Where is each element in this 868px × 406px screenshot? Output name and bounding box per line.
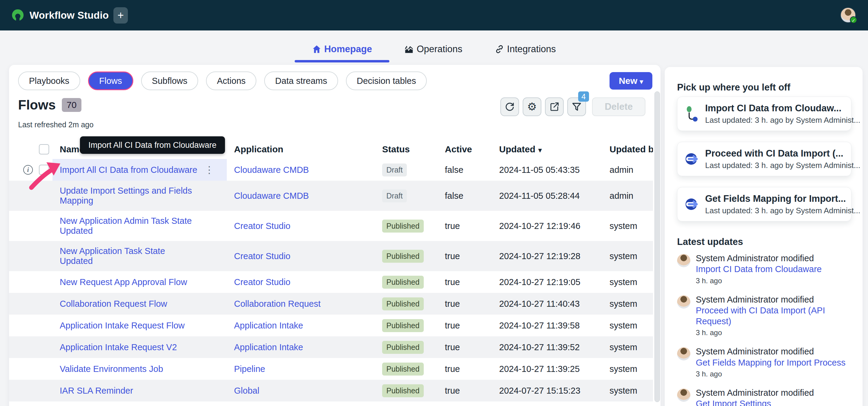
column-header-status[interactable]: Status: [375, 144, 437, 154]
pill-flows[interactable]: Flows: [88, 71, 133, 90]
export-button[interactable]: [545, 97, 564, 116]
filter-funnel-icon: [571, 102, 582, 112]
flow-name-link[interactable]: Validate Environments Job: [60, 364, 163, 374]
update-item: System Administrator modified Get Fields…: [677, 346, 854, 378]
update-item: System Administrator modified Proceed wi…: [677, 294, 854, 337]
application-link[interactable]: Cloudaware CMDB: [234, 165, 309, 175]
updated-value: 2024-10-27 12:19:05: [492, 277, 602, 287]
flow-name-link[interactable]: New Request App Approval Flow: [60, 277, 187, 287]
settings-button[interactable]: ⚙: [523, 97, 541, 116]
flow-name-link[interactable]: IAR SLA Reminder: [60, 386, 133, 396]
application-link[interactable]: Pipeline: [234, 364, 265, 374]
active-value: true: [437, 321, 492, 331]
api-request-icon: [684, 151, 701, 167]
select-all-checkbox[interactable]: [39, 144, 49, 154]
update-time: 3 h. ago: [696, 277, 822, 285]
update-flow-link[interactable]: Get Import Settings: [696, 399, 771, 406]
status-badge: Published: [382, 298, 424, 310]
user-avatar[interactable]: ✓: [840, 7, 856, 23]
pill-playbooks[interactable]: Playbooks: [18, 71, 80, 90]
top-navbar: Workflow Studio + ✓: [0, 0, 868, 30]
flows-panel: Playbooks Flows Subflows Actions Data st…: [9, 65, 660, 406]
active-value: true: [437, 386, 492, 396]
column-header-application[interactable]: Application: [227, 144, 375, 154]
application-link[interactable]: Creator Studio: [234, 277, 290, 287]
application-link[interactable]: Application Intake: [234, 342, 303, 352]
application-link[interactable]: Application Intake: [234, 321, 303, 330]
update-flow-link[interactable]: Get Fields Mapping for Import Process: [696, 358, 845, 367]
refresh-icon: [504, 101, 515, 112]
flows-table: Name Application Status Active Updated▾ …: [9, 139, 653, 406]
tab-integrations[interactable]: Integrations: [487, 44, 564, 65]
new-button[interactable]: New▾: [610, 72, 652, 90]
update-time: 3 h. ago: [696, 370, 845, 378]
recent-flow-card[interactable]: Proceed with CI Data Import (... Last up…: [677, 142, 851, 176]
updated-by-value: admin: [602, 191, 653, 201]
table-scrollbar[interactable]: [654, 91, 660, 402]
flow-icon: [684, 105, 701, 122]
table-row: New Application Admin Task State Updated…: [9, 211, 653, 241]
table-row: IAR SLA Reminder Global Published true 2…: [9, 380, 653, 402]
pill-actions[interactable]: Actions: [206, 71, 256, 90]
recent-flow-subtitle: Last updated: 3 h. ago by System Adminis…: [705, 116, 861, 125]
flow-name-link[interactable]: Update Import Settings and Fields Mappin…: [60, 186, 192, 206]
tab-homepage[interactable]: Homepage: [304, 44, 380, 65]
update-item: System Administrator modified Import CI …: [677, 253, 854, 285]
application-link[interactable]: Creator Studio: [234, 251, 290, 261]
updated-value: 2024-11-05 05:43:35: [492, 165, 602, 175]
updated-by-value: system: [602, 342, 653, 352]
delete-button[interactable]: Delete: [592, 97, 645, 116]
table-row: Collaboration Request Flow Collaboration…: [9, 293, 653, 315]
table-row: Application Intake Request V2 Applicatio…: [9, 336, 653, 358]
filter-button[interactable]: 4: [567, 97, 586, 116]
active-value: false: [437, 165, 492, 175]
avatar: [677, 295, 690, 309]
recent-flow-card[interactable]: Get Fields Mapping for Import... Last up…: [677, 187, 851, 221]
tab-operations[interactable]: Operations: [397, 44, 470, 65]
table-row: New Request App Approval Flow Creator St…: [9, 271, 653, 293]
column-header-active[interactable]: Active: [437, 144, 492, 154]
status-badge: Published: [382, 384, 424, 397]
application-link[interactable]: Cloudaware CMDB: [234, 191, 309, 200]
recent-flow-card[interactable]: Import CI Data from Cloudaw... Last upda…: [677, 96, 851, 131]
refresh-button[interactable]: [500, 97, 519, 116]
column-header-updated-by[interactable]: Updated by: [602, 144, 653, 154]
updated-value: 2024-10-27 11:39:52: [492, 342, 602, 352]
updated-value: 2024-11-05 05:28:44: [492, 191, 602, 201]
pill-data-streams[interactable]: Data streams: [264, 71, 338, 90]
update-action: System Administrator modified: [696, 253, 822, 263]
flow-count-badge: 70: [62, 98, 82, 112]
workflow-studio-logo-icon: [11, 8, 25, 22]
flow-name-link[interactable]: New Application Admin Task State Updated: [60, 216, 192, 236]
column-header-updated[interactable]: Updated▾: [492, 144, 602, 154]
application-link[interactable]: Creator Studio: [234, 221, 290, 231]
status-badge: Draft: [382, 189, 407, 202]
recent-flow-title: Get Fields Mapping for Import...: [705, 193, 861, 204]
flow-name-link[interactable]: Application Intake Request Flow: [60, 321, 185, 331]
flow-name-link[interactable]: New Application Task State Updated: [60, 246, 165, 266]
application-link[interactable]: Collaboration Request: [234, 299, 320, 309]
updated-value: 2024-10-27 12:19:28: [492, 251, 602, 261]
active-filters-badge: 4: [578, 91, 589, 102]
flow-name-link[interactable]: Collaboration Request Flow: [60, 299, 167, 309]
recent-flow-subtitle: Last updated: 3 h. ago by System Adminis…: [705, 161, 861, 170]
flow-name-link[interactable]: Import All CI Data from Cloudaware: [60, 165, 197, 175]
active-value: true: [437, 221, 492, 231]
new-tab-button[interactable]: +: [114, 7, 128, 24]
status-badge: Published: [382, 341, 424, 354]
table-row-partial: [9, 402, 653, 406]
share-icon: [549, 102, 559, 112]
main-tabs: Homepage Operations Integrations: [0, 30, 868, 65]
table-row: New Application Task State Updated Creat…: [9, 241, 653, 271]
new-button-label: New: [619, 76, 638, 86]
table-row: Application Intake Request Flow Applicat…: [9, 315, 653, 336]
pill-subflows[interactable]: Subflows: [141, 71, 198, 90]
pill-decision-tables[interactable]: Decision tables: [346, 71, 427, 90]
status-badge: Draft: [382, 163, 407, 177]
application-link[interactable]: Global: [234, 386, 259, 396]
flow-name-link[interactable]: Application Intake Request V2: [60, 342, 177, 352]
kebab-menu-icon[interactable]: ⋮: [205, 164, 214, 176]
update-flow-link[interactable]: Proceed with CI Data Import (API Request…: [696, 306, 825, 326]
status-badge: Published: [382, 250, 424, 263]
update-flow-link[interactable]: Import CI Data from Cloudaware: [696, 264, 822, 274]
